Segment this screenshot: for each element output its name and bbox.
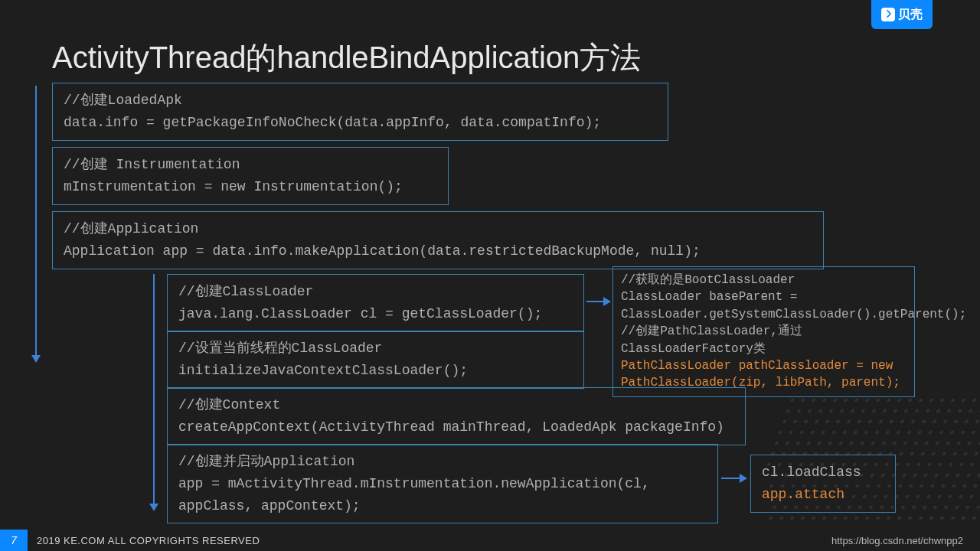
source-url: https://blog.csdn.net/chwnpp2 xyxy=(831,535,963,546)
page-title: ActivityThread的handleBindApplication方法 xyxy=(52,37,641,79)
arrow-to-loadclass xyxy=(721,478,746,479)
brand-text: 贝壳 xyxy=(898,7,923,23)
comment: //创建Context xyxy=(178,394,734,416)
code-box-loadedapk: //创建LoadedApk data.info = getPackageInfo… xyxy=(52,83,668,141)
code-highlight: app.attach xyxy=(762,484,884,506)
comment: //创建Application xyxy=(64,218,812,240)
page-number: 7 xyxy=(0,530,28,551)
copyright: 2019 KE.COM ALL COPYRIGHTS RESERVED xyxy=(37,535,260,546)
flow-arrow-sub xyxy=(153,274,155,510)
code-box-newapplication: //创建并启动Application app = mActivityThread… xyxy=(167,444,718,523)
code-box-loadclass: cl.loadClass app.attach xyxy=(750,455,896,513)
code-line: Application app = data.info.makeApplicat… xyxy=(64,240,812,262)
comment: //设置当前线程的ClassLoader xyxy=(178,337,573,360)
comment: //创建LoadedApk xyxy=(64,90,657,112)
footer: 7 2019 KE.COM ALL COPYRIGHTS RESERVED ht… xyxy=(0,530,980,551)
flow-arrow-main xyxy=(35,86,37,361)
brand-logo: 贝壳 xyxy=(871,0,933,29)
code-line: data.info = getPackageInfoNoCheck(data.a… xyxy=(64,112,657,134)
code-line: ClassLoader.getSystemClassLoader().getPa… xyxy=(621,306,906,323)
code-highlight: PathClassLoader pathClassloader = new xyxy=(621,357,906,374)
code-line: java.lang.ClassLoader cl = getClassLoade… xyxy=(178,303,573,325)
comment: //创建ClassLoader xyxy=(178,281,573,303)
code-box-instrumentation: //创建 Instrumentation mInstrumentation = … xyxy=(52,147,449,205)
code-box-context: //创建Context createAppContext(ActivityThr… xyxy=(167,387,746,445)
comment: //创建PathClassLoader,通过ClassLoaderFactory… xyxy=(621,323,906,357)
code-box-bootclassloader: //获取的是BootClassLoader ClassLoader basePa… xyxy=(612,266,915,397)
code-line: createAppContext(ActivityThread mainThre… xyxy=(178,416,734,439)
code-line: app = mActivityThread.mInstrumentation.n… xyxy=(178,473,707,517)
code-box-application: //创建Application Application app = data.i… xyxy=(52,211,824,269)
code-box-context-loader: //设置当前线程的ClassLoader initializeJavaConte… xyxy=(167,331,584,389)
code-line: mInstrumentation = new Instrumentation()… xyxy=(64,176,437,198)
comment: //获取的是BootClassLoader xyxy=(621,272,906,289)
shell-icon xyxy=(881,8,895,21)
code-line: cl.loadClass xyxy=(762,461,884,484)
comment: //创建 Instrumentation xyxy=(64,154,437,176)
arrow-to-bootclassloader xyxy=(586,301,609,302)
code-box-classloader: //创建ClassLoader java.lang.ClassLoader cl… xyxy=(167,274,584,332)
comment: //创建并启动Application xyxy=(178,451,707,473)
code-line: ClassLoader baseParent = xyxy=(621,289,906,305)
code-line: initializeJavaContextClassLoader(); xyxy=(178,360,573,382)
